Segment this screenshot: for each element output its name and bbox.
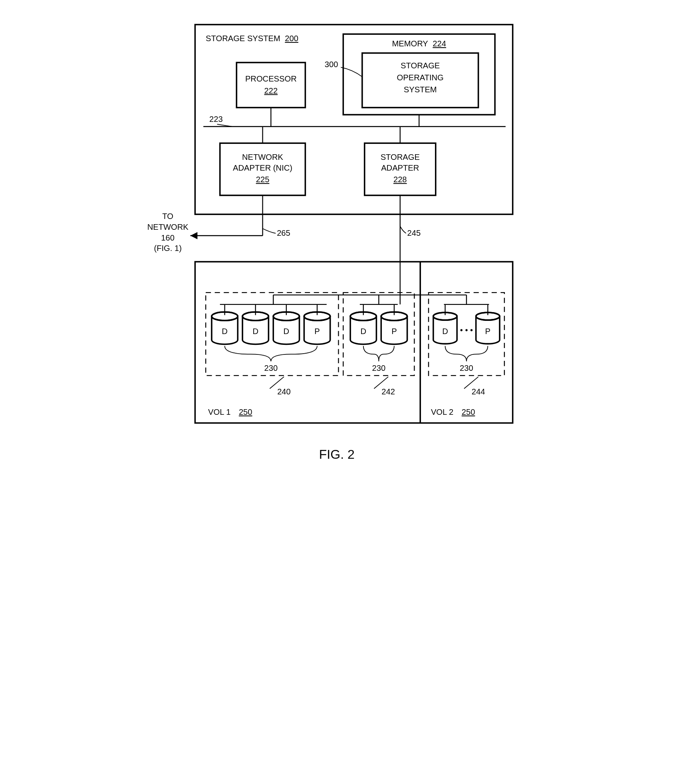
vol2-label: VOL 2 250 (431, 408, 474, 416)
g240-brace (224, 346, 317, 362)
g240-leader (270, 377, 284, 389)
svg-text:P: P (391, 327, 397, 336)
sos-ref: 300 (324, 60, 338, 69)
sos-l3: SYSTEM (403, 85, 437, 94)
sadapter-ref: 228 (393, 175, 407, 184)
bus-ref: 223 (209, 115, 223, 123)
nic-l2: ADAPTER (NIC) (233, 163, 292, 172)
svg-text:D: D (222, 327, 228, 336)
leader-245 (400, 226, 406, 233)
ref-265: 265 (277, 229, 290, 237)
g242-disk-1: P (381, 304, 407, 344)
g242-disk-0: D (350, 304, 376, 344)
g242-ref: 242 (381, 387, 395, 396)
svg-text:P: P (314, 327, 320, 336)
tonet-l2: NETWORK (147, 223, 189, 231)
g242-brace (363, 346, 394, 362)
g244-disk-1: P (476, 304, 499, 344)
svg-text:P: P (485, 327, 490, 336)
g244-brace (445, 346, 488, 362)
tonet-l4: (FIG. 1) (154, 244, 181, 253)
g240-disk-3: P (304, 304, 330, 344)
g242-230: 230 (372, 364, 385, 372)
g240-230: 230 (264, 364, 278, 372)
sadapter-l2: ADAPTER (381, 163, 419, 172)
tonet-l1: TO (162, 212, 173, 221)
diagram: STORAGE SYSTEM 200 PROCESSOR 222 MEMORY … (137, 8, 536, 473)
sos-leader (341, 67, 362, 77)
g242-leader (374, 377, 388, 389)
ref-245: 245 (407, 229, 421, 237)
g244-ref: 244 (471, 387, 485, 396)
nic-l1: NETWORK (242, 153, 284, 161)
sos-l2: OPERATING (397, 73, 443, 82)
nic-arrowhead (190, 232, 197, 239)
svg-text:D: D (252, 327, 258, 336)
processor-label: PROCESSOR (245, 74, 296, 83)
g240-disk-2: D (273, 304, 299, 344)
group-242-box (343, 293, 414, 376)
g240-ref: 240 (277, 387, 291, 396)
g244-230: 230 (460, 364, 473, 372)
g244-disk-0: D (433, 304, 457, 344)
sos-l1: STORAGE (401, 61, 440, 70)
tonet-l3: 160 (161, 233, 175, 242)
svg-text:D: D (283, 327, 289, 336)
svg-text:D: D (360, 327, 366, 336)
g240-disk-1: D (242, 304, 268, 344)
figure-title: FIG. 2 (319, 447, 354, 462)
processor-box (236, 62, 305, 107)
processor-ref: 222 (264, 86, 278, 95)
nic-ref: 225 (256, 175, 269, 184)
svg-text:D: D (442, 327, 448, 336)
vol1-label: VOL 1 250 (208, 408, 252, 416)
sadapter-l1: STORAGE (380, 153, 419, 161)
g244-leader (464, 377, 478, 389)
leader-265 (262, 229, 276, 233)
memory-label: MEMORY 224 (392, 39, 446, 48)
g240-disk-0: D (211, 304, 237, 344)
storage-system-label: STORAGE SYSTEM 200 (206, 34, 298, 43)
g244-dots: • • • (460, 326, 472, 334)
